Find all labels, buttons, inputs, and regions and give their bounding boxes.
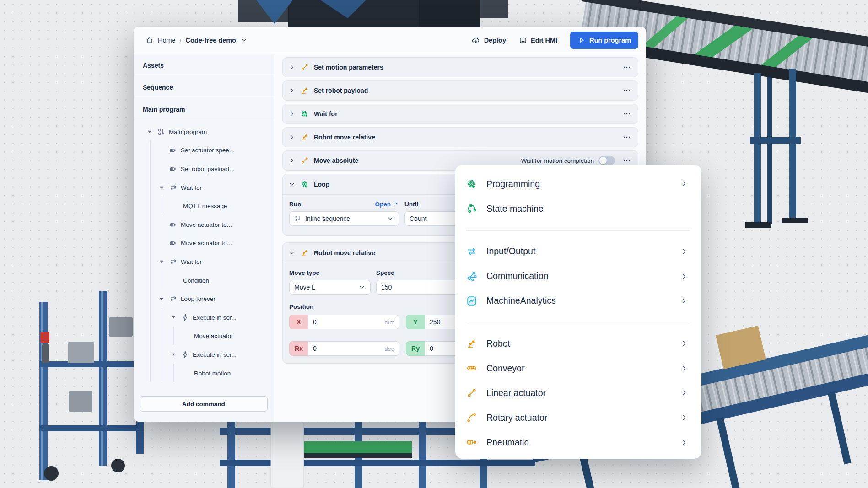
move-type-value: Move L [294, 284, 315, 291]
tree-item-label: Move actuator [194, 332, 233, 339]
popup-item-programming[interactable]: Programming [455, 172, 701, 196]
robotArm-icon [466, 338, 478, 349]
chevron-down-icon[interactable] [240, 37, 248, 44]
wait-for-motion-toggle[interactable] [598, 156, 615, 165]
move-type-select[interactable]: Move L [289, 280, 371, 295]
tree-item[interactable]: Wait for [134, 178, 274, 197]
loop-title: Loop [314, 181, 329, 188]
chevron-right-icon [679, 272, 689, 281]
deploy-button[interactable]: Deploy [471, 36, 506, 45]
toggle-label: Wait for motion completion [521, 157, 594, 164]
popup-divider [466, 230, 690, 231]
tree-item[interactable]: Wait for [134, 252, 274, 271]
popup-item-label: MachineAnalytics [486, 295, 556, 306]
deploy-cloud-icon [471, 36, 480, 45]
expand-chevron-icon[interactable] [288, 64, 296, 71]
expand-chevron-icon[interactable] [288, 110, 296, 118]
edit-hmi-button[interactable]: Edit HMI [519, 36, 557, 44]
loop-icon [169, 183, 178, 192]
popup-item-label: Robot [486, 338, 510, 349]
more-options-icon[interactable] [622, 133, 631, 142]
tree-item[interactable]: Execute in ser... [134, 308, 274, 327]
caret-down-icon[interactable] [157, 257, 166, 266]
more-options-icon[interactable] [622, 86, 631, 95]
popup-item-label: Input/Output [486, 246, 535, 257]
popup-item-conveyor[interactable]: Conveyor [455, 356, 701, 381]
tree-item[interactable]: Move actuator to... [134, 215, 274, 234]
robotArm-icon [300, 86, 309, 95]
axis-badge: Rx [289, 341, 308, 356]
caret-down-icon[interactable] [157, 183, 166, 192]
expand-chevron-icon[interactable] [288, 134, 296, 141]
sequence-icon [294, 215, 302, 222]
position-input[interactable]: 0deg [308, 341, 399, 356]
more-options-icon[interactable] [622, 156, 631, 165]
run-program-label: Run program [589, 37, 631, 44]
run-select-value: Inline sequence [305, 215, 350, 222]
tree-item[interactable]: Move actuator [134, 327, 274, 346]
collapse-chevron-icon[interactable] [288, 249, 296, 257]
command-list: Set motion parametersSet robot payloadWa… [282, 57, 638, 171]
more-options-icon[interactable] [622, 63, 631, 72]
sidebar: Assets Sequence Main program Main progra… [134, 54, 274, 422]
more-options-icon[interactable] [622, 109, 631, 118]
tree-item[interactable]: Set robot payload... [134, 160, 274, 178]
tree-item[interactable]: Loop forever [134, 290, 274, 308]
open-sequence-link[interactable]: Open [375, 201, 399, 208]
run-program-button[interactable]: Run program [570, 32, 638, 49]
add-command-button[interactable]: Add command [140, 396, 268, 412]
gearPlay-icon [300, 109, 309, 118]
expand-chevron-icon[interactable] [288, 87, 296, 94]
popup-item-robot[interactable]: Robot [455, 331, 701, 356]
popup-item-communication[interactable]: Communication [455, 264, 701, 289]
tree-item[interactable]: Move actuator to... [134, 234, 274, 253]
chevron-right-icon [679, 296, 689, 306]
collapse-chevron-icon[interactable] [288, 181, 296, 188]
conveyor-icon [466, 362, 478, 374]
popup-item-rotary-actuator[interactable]: Rotary actuator [455, 405, 701, 430]
popup-item-linear-actuator[interactable]: Linear actuator [455, 381, 701, 405]
tree-item[interactable]: Main program [134, 123, 274, 141]
popup-item-machineanalytics[interactable]: MachineAnalytics [455, 289, 701, 313]
speed-value: 150 [381, 284, 392, 291]
home-icon[interactable] [146, 36, 154, 44]
popup-item-label: Conveyor [486, 363, 524, 374]
motor-icon [169, 220, 178, 229]
popup-item-state-machine[interactable]: State machine [455, 196, 701, 221]
tree-item[interactable]: Robot motion [134, 364, 274, 383]
popup-item-input-output[interactable]: Input/Output [455, 239, 701, 264]
tree-item[interactable]: MQTT message [134, 197, 274, 215]
analytics-icon [466, 295, 478, 307]
program-tree: Main programSet actuator spee...Set robo… [134, 120, 274, 382]
tree-item[interactable]: Execute in ser... [134, 345, 274, 364]
tree-item[interactable]: Condition [134, 271, 274, 290]
command-label: Wait for [314, 110, 338, 118]
command-label: Robot move relative [314, 134, 375, 141]
sidebar-section-label: Sequence [143, 84, 173, 91]
axis-badge: Y [406, 315, 425, 329]
run-select[interactable]: Inline sequence [289, 211, 399, 226]
expand-chevron-icon[interactable] [288, 157, 296, 164]
unit-label: deg [384, 345, 394, 352]
sidebar-item-main-program[interactable]: Main program [134, 98, 274, 120]
sidebar-item-assets[interactable]: Assets [134, 54, 274, 76]
popup-item-label: Pneumatic [486, 437, 528, 448]
tree-item-label: Main program [169, 129, 207, 135]
window-header: Home / Code-free demo Deploy Edit HMI Ru… [134, 27, 646, 54]
position-value: 0 [313, 318, 317, 326]
caret-down-icon[interactable] [157, 295, 166, 303]
position-input[interactable]: 0mm [308, 315, 399, 329]
sidebar-item-sequence[interactable]: Sequence [134, 76, 274, 98]
caret-down-icon[interactable] [146, 128, 154, 136]
caret-down-icon[interactable] [169, 350, 178, 359]
loop-icon [169, 257, 178, 266]
tree-item[interactable]: Set actuator spee... [134, 141, 274, 160]
sidebar-section-label: Main program [143, 106, 185, 113]
popup-divider [466, 322, 690, 323]
breadcrumb-home[interactable]: Home [158, 37, 176, 44]
motor-icon [169, 239, 178, 247]
caret-down-icon[interactable] [169, 313, 178, 322]
popup-item-pneumatic[interactable]: Pneumatic [455, 430, 701, 455]
breadcrumb-project[interactable]: Code-free demo [186, 37, 236, 44]
unit-label: mm [384, 319, 394, 326]
